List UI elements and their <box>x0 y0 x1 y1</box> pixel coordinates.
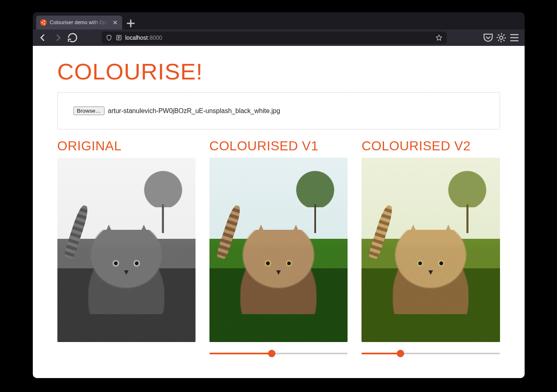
browse-button[interactable]: Browse… <box>73 106 105 115</box>
pocket-icon[interactable] <box>482 32 494 44</box>
svg-point-5 <box>500 36 503 39</box>
browser-window: Colouriser demo with OpenVINO <box>33 12 525 378</box>
browser-tab[interactable]: Colouriser demo with OpenVINO <box>36 16 122 29</box>
ubuntu-favicon-icon <box>40 19 47 26</box>
url-bar[interactable]: localhost:8000 <box>102 32 447 44</box>
column-original: ORIGINAL <box>57 138 196 358</box>
nav-forward-button[interactable] <box>52 32 64 44</box>
svg-point-3 <box>43 23 45 25</box>
slider-thumb[interactable] <box>268 350 275 357</box>
page-title: COLOURISE! <box>57 58 500 85</box>
image-colourised-v1 <box>209 158 348 342</box>
selected-filename: artur-stanulevich-PW0jBOzR_uE-unsplash_b… <box>108 107 280 115</box>
toolbar-right-group <box>482 32 521 44</box>
new-tab-button[interactable] <box>125 17 137 29</box>
image-colourised-v2 <box>361 158 500 342</box>
blend-slider-v2[interactable] <box>361 353 500 354</box>
column-v1: COLOURISED V1 <box>209 138 348 358</box>
nav-back-button[interactable] <box>37 32 49 44</box>
svg-point-0 <box>40 19 47 26</box>
slider-fill <box>361 353 400 354</box>
page-info-icon[interactable] <box>116 34 122 41</box>
column-heading: COLOURISED V1 <box>209 138 348 154</box>
svg-point-2 <box>43 20 45 22</box>
app-menu-icon[interactable] <box>508 32 521 44</box>
browser-toolbar: localhost:8000 <box>33 29 525 46</box>
url-text: localhost:8000 <box>125 34 162 41</box>
image-original <box>57 158 196 342</box>
tab-title: Colouriser demo with OpenVINO <box>50 20 109 25</box>
extensions-icon[interactable] <box>495 32 507 44</box>
bookmark-star-icon[interactable] <box>435 34 443 41</box>
tab-strip: Colouriser demo with OpenVINO <box>33 12 525 29</box>
nav-reload-button[interactable] <box>66 32 79 44</box>
page-content: COLOURISE! Browse… artur-stanulevich-PW0… <box>33 46 525 378</box>
slider-thumb[interactable] <box>397 350 404 357</box>
tab-close-icon[interactable] <box>112 20 118 25</box>
column-v2: COLOURISED V2 <box>361 138 500 358</box>
tracking-shield-icon[interactable] <box>106 34 112 41</box>
upload-dropzone[interactable]: Browse… artur-stanulevich-PW0jBOzR_uE-un… <box>57 92 500 129</box>
column-heading: COLOURISED V2 <box>361 138 500 154</box>
svg-point-1 <box>41 22 43 23</box>
column-heading: ORIGINAL <box>57 138 196 154</box>
blend-slider-v1[interactable] <box>209 353 348 354</box>
url-host: localhost <box>125 34 148 41</box>
slider-fill <box>209 353 272 354</box>
url-port: :8000 <box>148 34 162 41</box>
